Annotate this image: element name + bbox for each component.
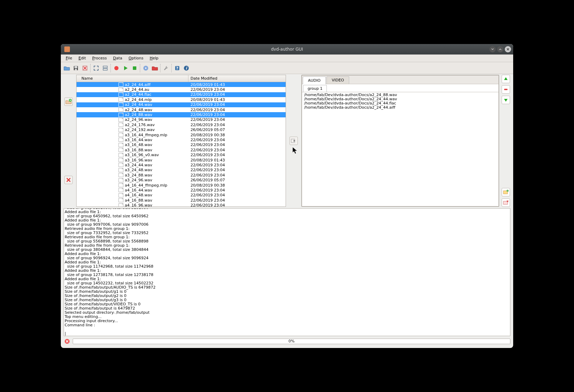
file-date: 20/08/2019 01:43 [190,82,286,87]
list-item[interactable]: /home/fab/Dev/dvda-author/Docs/a2_24_44.… [304,106,496,110]
open-folder-icon[interactable] [63,64,71,72]
audio-tab[interactable]: AUDIO [303,77,326,84]
file-date: 20/08/2019 00:38 [190,133,286,137]
file-name: a3_16_96.wav [125,158,190,162]
stop-icon[interactable] [131,64,138,72]
menu-process[interactable]: Process [89,55,110,61]
table-row[interactable]: a3_24_48.wav22/06/2019 23:04 [77,168,286,173]
menu-data[interactable]: Data [110,55,125,61]
table-row[interactable]: a2_24_44.mlp20/08/2019 01:43 [77,97,286,102]
info-icon[interactable]: i [182,64,190,72]
table-row[interactable]: a2_24_44.flac22/06/2019 23:04 [77,92,286,97]
table-row[interactable]: a2_24_44.wav22/06/2019 23:04 [77,102,286,107]
project-panel: AUDIO VIDEO group 1 /home/fab/Dev/dvda-a… [301,75,499,207]
menu-edit[interactable]: Edit [76,55,88,61]
toolbar: ? i [61,62,513,74]
menu-file[interactable]: File [63,55,75,61]
group-tab[interactable]: group 1 [303,85,327,92]
table-row[interactable]: a2_24_176.wav22/06/2019 23:04 [77,122,286,127]
svg-rect-5 [103,68,107,70]
fullscreen-icon[interactable] [92,64,100,72]
file-name: a2_24_44.aiff [125,82,190,87]
file-date: 22/06/2019 23:04 [190,173,286,177]
svg-rect-7 [133,66,136,70]
table-row[interactable]: a3_16_96.wav20/08/2019 01:43 [77,158,286,162]
file-date: 22/06/2019 23:04 [190,143,286,147]
file-date: 22/06/2019 23:04 [190,203,286,206]
file-date: 26/06/2019 05:07 [190,178,286,182]
table-row[interactable]: a3_16_88.wav22/06/2019 23:04 [77,147,286,152]
file-date: 20/08/2019 01:43 [190,158,286,162]
svg-rect-4 [103,66,107,68]
table-row[interactable]: a3_16_96_v0.wav22/06/2019 23:04 [77,152,286,157]
table-row[interactable]: a2_24_44.aiff20/08/2019 01:43 [77,82,286,87]
file-icon [119,88,123,92]
table-row[interactable]: a2_24_96.wav22/06/2019 23:04 [77,117,286,122]
table-row[interactable]: a3_24_88.wav22/06/2019 23:04 [77,173,286,177]
table-row[interactable]: a4_16_96.wav22/06/2019 23:04 [77,203,286,206]
table-row[interactable]: a3_16_44_ffmpeg.mlp20/08/2019 00:38 [77,132,286,137]
table-row[interactable]: a4_16_48.wav22/06/2019 23:04 [77,193,286,198]
wrench-icon[interactable] [162,64,170,72]
file-icon [119,118,123,122]
play-icon[interactable] [122,64,129,72]
column-name-header[interactable]: Name [77,75,188,82]
table-row[interactable]: a3_16_48.wav22/06/2019 23:04 [77,143,286,147]
menu-options[interactable]: Options [126,55,146,61]
svg-rect-1 [74,66,77,68]
titlebar[interactable]: dvd-author GUI [61,44,513,55]
file-icon [119,113,123,117]
file-icon [119,128,123,132]
file-name: a2_24_176.wav [125,123,190,127]
video-tab[interactable]: VIDEO [327,76,349,84]
record-icon[interactable] [113,64,120,72]
table-row[interactable]: a3_16_44.wav22/06/2019 23:04 [77,137,286,142]
status-error-icon[interactable] [64,338,71,345]
remove-button[interactable] [64,176,73,184]
save-icon[interactable] [72,64,80,72]
table-row[interactable]: a3_24_44.wav22/06/2019 23:04 [77,162,286,167]
file-name: a4_16_96.wav [125,203,190,206]
file-icon [119,173,123,177]
table-row[interactable]: a2_24_192.wav26/06/2019 05:07 [77,128,286,132]
table-row[interactable]: a3_24_96.wav26/06/2019 05:07 [77,177,286,182]
svg-point-9 [145,67,146,69]
menu-help[interactable]: Help [147,55,161,61]
remove-card-button[interactable] [502,198,510,207]
svg-rect-16 [504,89,508,90]
rows-icon[interactable] [101,64,109,72]
add-folder-button[interactable] [64,97,73,106]
move-up-button[interactable] [502,75,510,83]
file-name: a2_24_44.wav [125,102,190,107]
file-date: 22/06/2019 23:04 [190,168,286,172]
column-date-header[interactable]: Date Modified [188,75,286,82]
table-row[interactable]: a4_16_44.wav22/06/2019 23:04 [77,188,286,193]
file-name: a4_16_88.wav [125,198,190,203]
file-name: a3_24_96.wav [125,178,190,182]
file-icon [119,97,123,102]
red-folder-icon[interactable] [151,64,159,72]
file-date: 22/06/2019 23:04 [190,102,286,107]
close-project-icon[interactable] [81,64,89,72]
delete-item-button[interactable] [502,85,510,94]
file-date: 22/06/2019 23:04 [190,163,286,167]
table-row[interactable]: a2_24_88.wav22/06/2019 23:04 [77,112,286,117]
move-down-button[interactable] [502,96,510,104]
file-name: a2_24_44.mlp [125,97,190,102]
project-file-list[interactable]: /home/fab/Dev/dvda-author/Docs/a2_24_88.… [302,92,498,206]
new-card-button[interactable] [502,188,510,196]
file-name: a2_24_192.wav [125,128,190,132]
table-row[interactable]: a4_16_44_ffmpeg.mlp20/08/2019 00:38 [77,183,286,188]
disc-icon[interactable] [142,64,150,72]
file-icon [119,138,123,142]
help-icon[interactable]: ? [173,64,181,72]
table-row[interactable]: a4_16_88.wav22/06/2019 23:04 [77,198,286,203]
file-icon [119,198,123,202]
file-list[interactable]: a2_24_44.aiff20/08/2019 01:43a2_24_44.au… [77,82,286,206]
table-row[interactable]: a2_24_44.au22/06/2019 23:04 [77,87,286,92]
move-right-button[interactable] [289,137,298,145]
file-icon [119,163,123,167]
log-output[interactable]: size of group 5292080, total size 529208… [64,208,510,336]
window-title: dvd-author GUI [61,47,513,52]
table-row[interactable]: a2_24_48.wav22/06/2019 23:04 [77,107,286,112]
